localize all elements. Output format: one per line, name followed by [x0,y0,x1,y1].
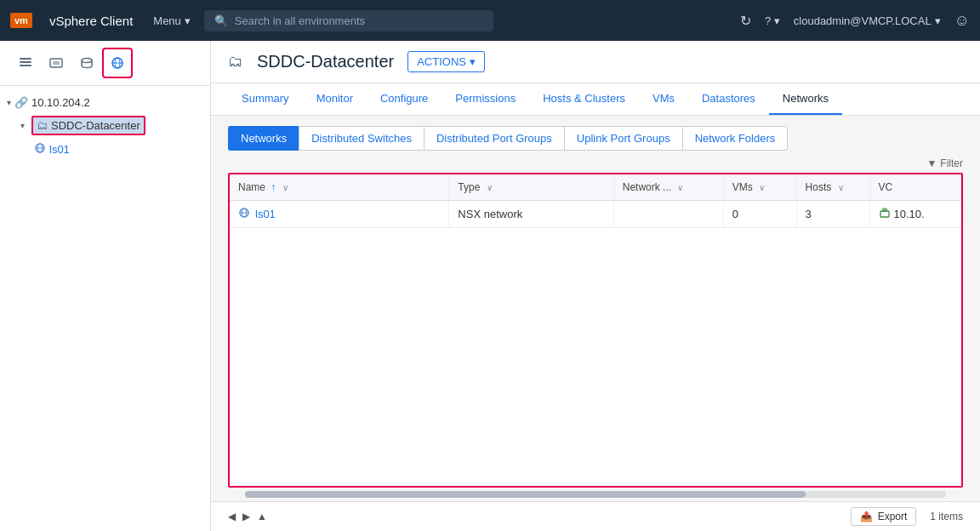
vc-icon [879,207,891,221]
scroll-right-icon[interactable]: ▶ [242,511,250,522]
filter-label: Filter [940,157,963,169]
tree-root-icon: 🔗 [14,96,28,109]
table-row[interactable]: ls01 NSX network 0 3 [230,201,961,228]
tree-datacenter-row: ▾ 🗂 SDDC-Datacenter [0,112,210,139]
search-icon: 🔍 [214,14,228,27]
svg-rect-4 [53,61,60,65]
horizontal-scrollbar-area[interactable] [211,488,980,501]
actions-button[interactable]: ACTIONS ▾ [407,51,485,72]
export-icon: 📤 [860,511,873,522]
vm-logo: vm [10,13,32,28]
sub-tab-distributed-switches[interactable]: Distributed Switches [299,126,424,151]
filter-icon[interactable]: ▼ [926,157,937,169]
search-bar[interactable]: 🔍 Search in all environments [204,10,493,31]
filter-bar: ▼ Filter [211,151,980,173]
col-network[interactable]: Network ... ∨ [613,174,723,201]
app-title: vSphere Client [49,14,133,28]
table-scroll-area[interactable]: Name ↑ ∨ Type ∨ Network ... ∨ [230,174,961,486]
datacenter-icon: 🗂 [37,119,48,132]
tab-summary[interactable]: Summary [228,83,303,115]
cell-name: ls01 [230,201,449,228]
refresh-icon[interactable]: ↻ [740,13,751,29]
horizontal-scrollbar[interactable] [245,491,946,498]
tab-vms[interactable]: VMs [639,83,688,115]
tab-configure[interactable]: Configure [367,83,442,115]
tree-network-label: ls01 [49,143,70,156]
col-vms[interactable]: VMs ∨ [723,174,796,201]
col-vms-chevron: ∨ [759,183,765,192]
scroll-up-icon[interactable]: ▲ [257,511,267,522]
sidebar-icon-network[interactable] [102,48,133,78]
menu-button[interactable]: Menu ▾ [153,14,191,27]
content-title: SDDC-Datacenter [257,52,394,71]
tree-network-item[interactable]: ls01 [0,139,210,160]
tab-networks[interactable]: Networks [769,83,842,115]
tab-permissions[interactable]: Permissions [442,83,529,115]
networks-table-container: Name ↑ ∨ Type ∨ Network ... ∨ [228,173,963,488]
svg-rect-15 [880,211,889,217]
cell-type: NSX network [449,201,613,228]
network-link[interactable]: ls01 [238,207,440,221]
tree-root-label: 10.10.204.2 [31,96,90,109]
tree-datacenter-item[interactable]: 🗂 SDDC-Datacenter [31,116,145,135]
col-type[interactable]: Type ∨ [449,174,613,201]
datacenter-header-icon: 🗂 [228,53,243,71]
scroll-left-icon[interactable]: ◀ [228,511,236,522]
search-placeholder: Search in all environments [235,14,365,27]
sidebar-tree: ▾ 🔗 10.10.204.2 ▾ 🗂 SDDC-Datacenter ls01 [0,86,210,531]
chevron-dc-icon: ▾ [20,121,25,130]
export-button[interactable]: 📤 Export [851,507,917,526]
network-row-icon [238,207,250,221]
chevron-icon: ▾ [7,98,11,107]
sub-tab-distributed-port-groups[interactable]: Distributed Port Groups [424,126,564,151]
scrollbar-thumb [245,491,806,498]
items-count: 1 items [930,511,963,522]
sub-tab-network-folders[interactable]: Network Folders [682,126,789,151]
networks-table: Name ↑ ∨ Type ∨ Network ... ∨ [230,174,961,228]
sidebar-icon-vm[interactable] [41,48,71,78]
svg-rect-1 [20,61,31,63]
bottom-left: ◀ ▶ ▲ [228,511,267,522]
svg-point-5 [82,59,92,63]
cell-hosts: 3 [796,201,869,228]
main-layout: ▾ 🔗 10.10.204.2 ▾ 🗂 SDDC-Datacenter ls01 [0,41,980,531]
cell-network [613,201,723,228]
sub-tabs: Networks Distributed Switches Distribute… [211,116,980,151]
tree-datacenter-label: SDDC-Datacenter [51,119,140,132]
sidebar-icon-bar [0,41,210,86]
tab-datastores[interactable]: Datastores [688,83,769,115]
col-hosts[interactable]: Hosts ∨ [796,174,869,201]
network-item-icon [34,142,46,157]
col-hosts-chevron: ∨ [838,183,844,192]
main-content: 🗂 SDDC-Datacenter ACTIONS ▾ Summary Moni… [211,41,980,531]
table-header-row: Name ↑ ∨ Type ∨ Network ... ∨ [230,174,961,201]
smiley-icon[interactable]: ☺ [954,12,970,30]
top-navigation: vm vSphere Client Menu ▾ 🔍 Search in all… [0,0,980,41]
col-type-chevron: ∨ [487,183,493,192]
cell-vms: 0 [723,201,796,228]
nav-actions: ↻ ? ▾ cloudadmin@VMCP.LOCAL ▾ ☺ [740,12,970,30]
tab-hosts-clusters[interactable]: Hosts & Clusters [529,83,639,115]
help-icon[interactable]: ? ▾ [765,14,780,27]
cell-vc: 10.10. [869,201,960,228]
svg-rect-2 [20,65,31,66]
col-name-chevron: ∨ [282,183,288,192]
col-network-chevron: ∨ [677,183,683,192]
sidebar-icon-storage[interactable] [71,48,102,78]
sidebar: ▾ 🔗 10.10.204.2 ▾ 🗂 SDDC-Datacenter ls01 [0,41,211,531]
main-tabs: Summary Monitor Configure Permissions Ho… [211,83,980,116]
col-name[interactable]: Name ↑ ∨ [230,174,449,201]
tab-monitor[interactable]: Monitor [303,83,367,115]
sort-arrow-icon: ↑ [271,181,276,193]
content-header: 🗂 SDDC-Datacenter ACTIONS ▾ [211,41,980,83]
col-vc[interactable]: VC [869,174,960,201]
svg-rect-0 [20,58,31,60]
tree-root-item[interactable]: ▾ 🔗 10.10.204.2 [0,93,210,112]
bottom-right: 📤 Export 1 items [851,507,963,526]
sub-tab-networks[interactable]: Networks [228,126,299,151]
user-info[interactable]: cloudadmin@VMCP.LOCAL ▾ [794,14,941,27]
sidebar-icon-list[interactable] [10,48,41,78]
bottom-bar: ◀ ▶ ▲ 📤 Export 1 items [211,501,980,531]
sub-tab-uplink-port-groups[interactable]: Uplink Port Groups [564,126,682,151]
